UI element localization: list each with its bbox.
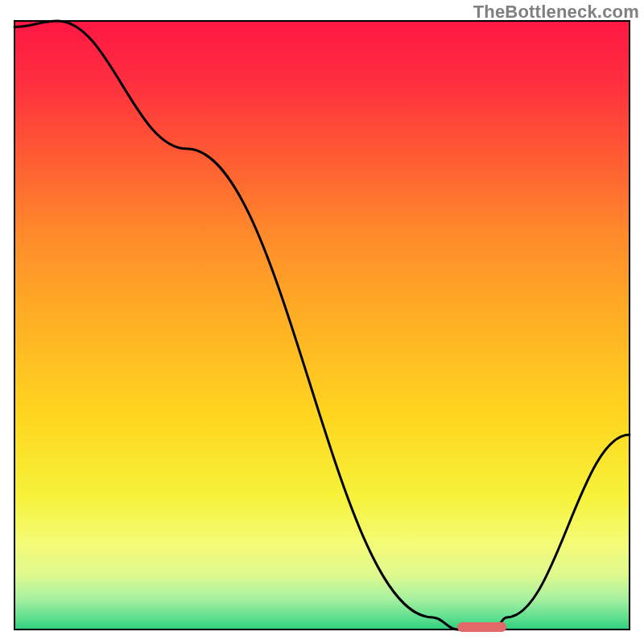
chart-svg [0, 0, 644, 644]
optimal-marker [457, 622, 506, 632]
bottleneck-chart: TheBottleneck.com [0, 0, 644, 644]
gradient-background [14, 21, 630, 630]
watermark-text: TheBottleneck.com [473, 2, 639, 23]
